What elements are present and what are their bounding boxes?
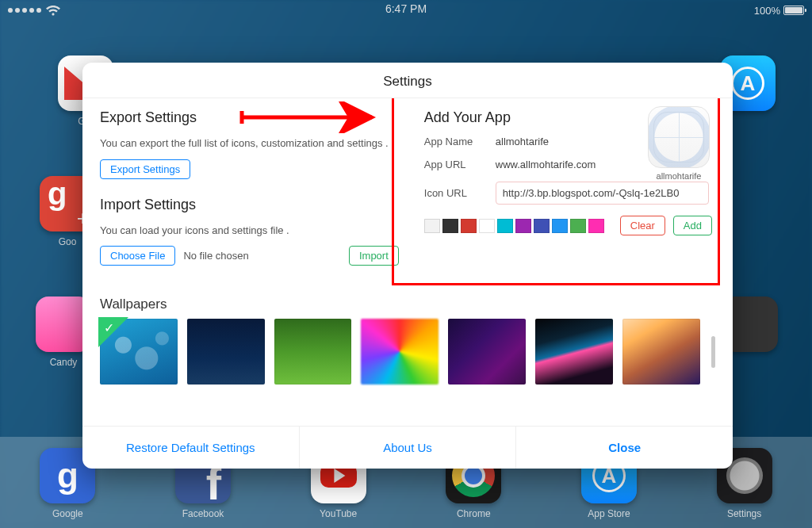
color-swatch-2[interactable] <box>461 219 477 233</box>
color-swatch-8[interactable] <box>570 219 586 233</box>
wifi-icon <box>46 6 60 16</box>
settings-modal: Settings Export Settings You can export … <box>82 63 733 469</box>
color-swatch-9[interactable] <box>588 219 604 233</box>
app-label: Settings <box>714 508 775 519</box>
close-button[interactable]: Close <box>516 427 733 469</box>
modal-footer: Restore Default Settings About Us Close <box>82 426 733 469</box>
color-swatch-5[interactable] <box>515 219 531 233</box>
app-name-value[interactable]: allmohtarife <box>496 136 549 147</box>
wallpaper-thumb-6[interactable] <box>535 319 613 385</box>
clear-button[interactable]: Clear <box>620 216 665 235</box>
app-preview-icon <box>648 106 710 168</box>
icon-url-input[interactable] <box>496 182 709 205</box>
modal-title: Settings <box>82 63 733 98</box>
color-swatch-3[interactable] <box>479 219 495 233</box>
import-button[interactable]: Import <box>349 246 399 266</box>
export-note: You can export the full list of icons, c… <box>100 136 399 151</box>
wallpaper-thumb-1[interactable] <box>100 319 178 385</box>
export-heading: Export Settings <box>100 109 399 126</box>
import-heading: Import Settings <box>100 197 399 213</box>
restore-defaults-button[interactable]: Restore Default Settings <box>82 427 300 469</box>
battery-indicator: 100% <box>754 5 804 17</box>
app-url-label: App URL <box>424 159 496 170</box>
color-swatch-row <box>424 219 604 233</box>
status-bar: 6:47 PM 100% <box>0 0 812 21</box>
color-swatch-7[interactable] <box>552 219 568 233</box>
app-label: App Store <box>579 508 639 519</box>
wallpaper-thumb-7[interactable] <box>622 319 700 385</box>
app-url-value[interactable]: www.allmohtarife.com <box>496 159 596 170</box>
color-swatch-6[interactable] <box>534 219 550 233</box>
color-swatch-1[interactable] <box>442 219 458 233</box>
file-status: No file chosen <box>183 250 248 262</box>
icon-url-label: Icon URL <box>424 187 496 199</box>
app-preview-label: allmohtarife <box>644 171 714 181</box>
status-time: 6:47 PM <box>385 2 427 15</box>
choose-file-button[interactable]: Choose File <box>100 246 175 266</box>
wallpaper-list <box>100 319 715 385</box>
wallpaper-thumb-2[interactable] <box>187 319 265 385</box>
add-button[interactable]: Add <box>673 216 712 235</box>
app-label: Chrome <box>443 508 504 519</box>
wallpaper-thumb-4[interactable] <box>361 319 439 385</box>
battery-pct: 100% <box>754 5 780 17</box>
color-swatch-0[interactable] <box>424 219 440 233</box>
app-label: Google <box>37 508 98 519</box>
wallpaper-thumb-3[interactable] <box>274 319 352 385</box>
wallpaper-thumb-5[interactable] <box>448 319 526 385</box>
wallpapers-heading: Wallpapers <box>100 297 715 312</box>
wallpaper-scrollbar[interactable] <box>711 336 715 368</box>
app-icon-preview: allmohtarife <box>644 106 714 181</box>
app-label: Facebook <box>173 508 233 519</box>
signal-icon <box>8 8 41 13</box>
color-swatch-4[interactable] <box>497 219 513 233</box>
export-settings-button[interactable]: Export Settings <box>100 159 190 179</box>
about-us-button[interactable]: About Us <box>300 427 517 469</box>
import-note: You can load your icons and settings fil… <box>100 223 399 239</box>
app-name-label: App Name <box>424 136 496 147</box>
app-label: YouTube <box>308 508 369 519</box>
